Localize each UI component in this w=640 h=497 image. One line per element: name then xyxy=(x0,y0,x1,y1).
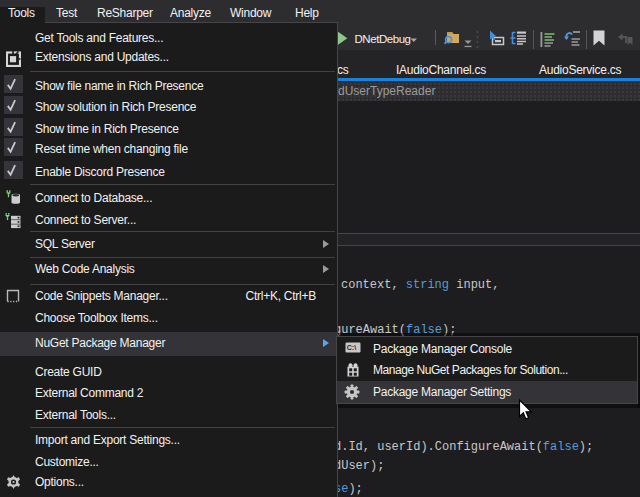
svg-text:C:\: C:\ xyxy=(346,344,355,351)
